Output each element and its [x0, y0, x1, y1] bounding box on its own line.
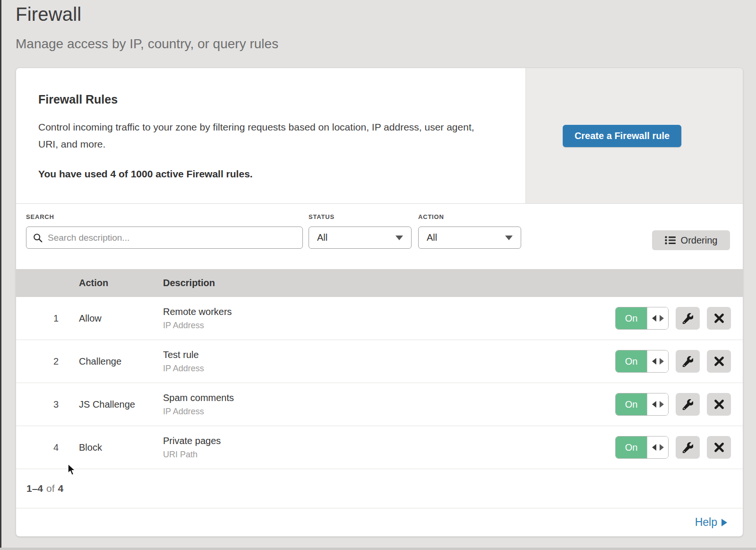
search-label: SEARCH	[26, 213, 303, 220]
toggle-on-label: On	[616, 350, 647, 372]
create-firewall-rule-button[interactable]: Create a Firewall rule	[563, 125, 681, 147]
rule-description-cell: Remote workers IP Address	[163, 306, 615, 331]
rule-enabled-toggle[interactable]: On	[615, 307, 669, 330]
toggle-arrows-icon[interactable]	[647, 350, 668, 372]
ordering-button[interactable]: Ordering	[652, 230, 730, 250]
toggle-arrows-icon[interactable]	[647, 307, 668, 329]
close-icon	[714, 356, 724, 367]
edit-rule-button[interactable]	[676, 393, 700, 416]
rules-table-body: 1 Allow Remote workers IP Address On	[16, 297, 743, 469]
edit-rule-button[interactable]	[676, 436, 700, 459]
pagination-range: 1–4	[26, 483, 43, 494]
edit-rule-button[interactable]	[676, 350, 700, 373]
filters-bar: SEARCH STATUS All ACTION All	[16, 204, 743, 269]
rule-description: Spam comments	[163, 393, 615, 403]
help-link-label: Help	[695, 516, 717, 529]
action-selected-value: All	[427, 232, 437, 243]
rule-description-cell: Spam comments IP Address	[163, 393, 615, 417]
page-title: Firewall	[16, 4, 278, 25]
table-row: 3 JS Challenge Spam comments IP Address …	[16, 383, 743, 426]
wrench-icon	[682, 442, 693, 453]
rule-controls: On	[615, 436, 743, 459]
rule-priority: 2	[16, 356, 59, 367]
chevron-down-icon	[395, 236, 403, 240]
action-column-header: Action	[79, 278, 163, 288]
page-subtitle: Manage access by IP, country, or query r…	[16, 36, 278, 52]
status-selected-value: All	[317, 232, 327, 243]
list-icon	[665, 236, 676, 245]
rule-action: JS Challenge	[79, 399, 163, 410]
help-row: Help	[16, 508, 743, 536]
toggle-on-label: On	[616, 437, 647, 458]
rules-heading: Firewall Rules	[38, 93, 497, 106]
table-row: 4 Block Private pages URI Path On	[16, 426, 743, 469]
rules-info: Firewall Rules Control incoming traffic …	[16, 68, 525, 203]
wrench-icon	[682, 399, 693, 410]
rule-priority: 4	[16, 442, 59, 453]
page-header: Firewall Manage access by IP, country, o…	[16, 4, 278, 52]
pagination-total: 4	[58, 483, 64, 494]
pagination: 1–4 of 4	[16, 469, 743, 508]
toggle-on-label: On	[616, 393, 647, 415]
help-link[interactable]: Help	[695, 516, 727, 529]
description-column-header: Description	[163, 278, 615, 288]
create-rule-panel: Create a Firewall rule	[525, 68, 743, 203]
toggle-arrows-icon[interactable]	[647, 393, 668, 415]
rule-match-type: IP Address	[163, 321, 615, 331]
ordering-button-label: Ordering	[681, 235, 718, 246]
rule-priority: 1	[16, 313, 59, 324]
rule-description: Remote workers	[163, 306, 615, 317]
action-label: ACTION	[418, 213, 521, 220]
rule-priority: 3	[16, 399, 59, 410]
bottom-edge-strip	[0, 548, 756, 550]
rule-description-cell: Private pages URI Path	[163, 436, 615, 460]
close-icon	[714, 442, 724, 453]
table-row: 1 Allow Remote workers IP Address On	[16, 297, 743, 340]
delete-rule-button[interactable]	[707, 393, 731, 416]
delete-rule-button[interactable]	[707, 307, 731, 330]
wrench-icon	[682, 356, 693, 367]
table-row: 2 Challenge Test rule IP Address On	[16, 340, 743, 383]
close-icon	[714, 313, 724, 323]
rules-description: Control incoming traffic to your zone by…	[38, 119, 487, 153]
firewall-rules-card: Firewall Rules Control incoming traffic …	[16, 68, 743, 537]
rule-description-cell: Test rule IP Address	[163, 349, 615, 374]
triangle-right-icon	[722, 519, 727, 526]
search-icon	[33, 233, 43, 243]
delete-rule-button[interactable]	[707, 350, 731, 373]
rule-description: Private pages	[163, 436, 615, 446]
rule-controls: On	[615, 307, 743, 330]
rule-match-type: URI Path	[163, 450, 615, 460]
toggle-arrows-icon[interactable]	[647, 437, 668, 458]
rule-match-type: IP Address	[163, 364, 615, 374]
action-select[interactable]: All	[418, 227, 521, 249]
rule-action: Block	[79, 442, 163, 453]
rules-usage-text: You have used 4 of 1000 active Firewall …	[38, 168, 497, 180]
rule-controls: On	[615, 350, 743, 373]
rule-description: Test rule	[163, 349, 615, 360]
rule-controls: On	[615, 393, 743, 416]
status-select[interactable]: All	[309, 227, 412, 249]
status-filter-group: STATUS All	[309, 213, 412, 249]
search-input-box[interactable]	[26, 227, 303, 249]
rules-overview-section: Firewall Rules Control incoming traffic …	[16, 68, 743, 204]
table-header: Action Description	[16, 269, 743, 297]
close-icon	[714, 399, 724, 410]
pagination-of: of	[46, 483, 55, 494]
rule-match-type: IP Address	[163, 407, 615, 417]
search-filter-group: SEARCH	[26, 213, 303, 249]
search-input[interactable]	[48, 233, 302, 243]
rule-action: Allow	[79, 313, 163, 324]
toggle-on-label: On	[616, 307, 647, 329]
delete-rule-button[interactable]	[707, 436, 731, 459]
chevron-down-icon	[505, 236, 513, 240]
action-filter-group: ACTION All	[418, 213, 521, 249]
rule-enabled-toggle[interactable]: On	[615, 436, 669, 459]
rule-enabled-toggle[interactable]: On	[615, 393, 669, 416]
wrench-icon	[682, 313, 693, 324]
rule-action: Challenge	[79, 356, 163, 367]
status-label: STATUS	[309, 213, 412, 220]
rule-enabled-toggle[interactable]: On	[615, 350, 669, 373]
edit-rule-button[interactable]	[676, 307, 700, 330]
left-edge-strip	[0, 0, 1, 550]
